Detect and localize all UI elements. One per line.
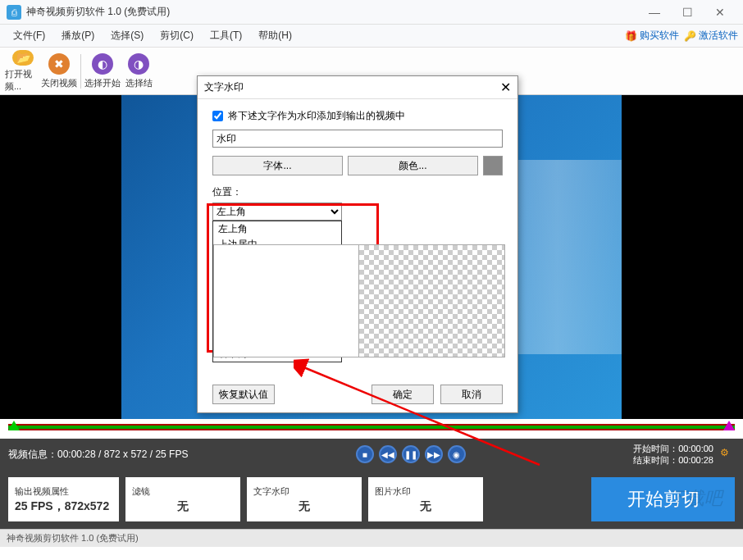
- menu-file[interactable]: 文件(F): [5, 25, 53, 46]
- gift-icon: 🎁: [625, 30, 637, 42]
- select-start-button[interactable]: ◐选择开始: [84, 50, 121, 93]
- pillar-left: [0, 95, 121, 419]
- video-info-label: 视频信息：: [8, 448, 57, 462]
- ok-button[interactable]: 确定: [372, 385, 434, 404]
- activate-link[interactable]: 🔑激活软件: [684, 29, 738, 43]
- timeline[interactable]: [0, 419, 743, 439]
- menu-tool[interactable]: 工具(T): [202, 25, 250, 46]
- text-watermark-panel[interactable]: 文字水印 无: [247, 477, 362, 521]
- color-swatch[interactable]: [483, 156, 503, 175]
- select-end-icon: ◑: [128, 53, 149, 75]
- position-option[interactable]: 中心: [213, 284, 341, 299]
- dialog-close-button[interactable]: ✕: [500, 80, 511, 95]
- activate-link-label: 激活软件: [699, 29, 738, 43]
- text-watermark-dialog: 文字水印 ✕ 将下述文字作为水印添加到输出的视频中 字体... 颜色... 位置…: [197, 75, 518, 413]
- start-time-label: 开始时间：: [633, 444, 678, 453]
- cancel-button[interactable]: 取消: [440, 385, 503, 404]
- watermark-text-input[interactable]: [212, 130, 503, 148]
- image-watermark-value: 无: [420, 499, 431, 514]
- select-start-icon: ◐: [92, 53, 113, 75]
- statusbar: 神奇视频剪切软件 1.0 (免费试用): [0, 529, 743, 547]
- position-option[interactable]: 左下角: [213, 315, 341, 330]
- playback-controls: 视频信息： 00:00:28 / 872 x 572 / 25 FPS ■ ◀◀…: [0, 439, 743, 470]
- close-video-label: 关闭视频: [41, 77, 77, 89]
- start-time-value: 00:00:00: [678, 444, 713, 453]
- position-option[interactable]: 左边居中: [213, 268, 341, 284]
- filter-header: 滤镜: [132, 485, 150, 498]
- minimize-button[interactable]: —: [638, 0, 671, 25]
- start-cut-button[interactable]: 开始剪切: [591, 477, 735, 521]
- menu-select[interactable]: 选择(S): [103, 25, 152, 46]
- position-label: 位置：: [212, 185, 503, 199]
- close-circle-icon: ✖: [48, 53, 70, 75]
- output-props-panel[interactable]: 输出视频属性 25 FPS，872x572: [8, 477, 119, 521]
- app-logo-icon: ⎙: [7, 5, 21, 20]
- buy-link[interactable]: 🎁购买软件: [625, 29, 679, 43]
- titlebar: ⎙ 神奇视频剪切软件 1.0 (免费试用) — ☐ ✕: [0, 0, 743, 25]
- output-props-value: 25 FPS，872x572: [15, 499, 112, 514]
- maximize-button[interactable]: ☐: [671, 0, 704, 25]
- enable-watermark-checkbox[interactable]: 将下述文字作为水印添加到输出的视频中: [212, 109, 503, 123]
- position-option[interactable]: 左上角: [213, 221, 341, 237]
- dialog-titlebar: 文字水印 ✕: [198, 76, 517, 99]
- play-pause-button[interactable]: ❚❚: [402, 445, 420, 463]
- select-end-button[interactable]: ◑选择结: [121, 50, 157, 93]
- position-option[interactable]: 底边居中: [213, 330, 341, 346]
- position-option[interactable]: 右下角: [213, 346, 341, 362]
- open-video-label: 打开视频...: [5, 68, 41, 93]
- video-info-value: 00:00:28 / 872 x 572 / 25 FPS: [57, 448, 188, 460]
- position-option[interactable]: 上边居中: [213, 237, 341, 253]
- select-end-label: 选择结: [125, 77, 153, 89]
- position-option[interactable]: 右上角: [213, 253, 341, 268]
- end-time-value: 00:00:28: [678, 455, 713, 465]
- image-watermark-panel[interactable]: 图片水印 无: [368, 477, 483, 521]
- dialog-title: 文字水印: [204, 80, 244, 94]
- color-button[interactable]: 颜色...: [348, 156, 478, 175]
- timeline-bar[interactable]: [8, 424, 735, 430]
- key-icon: 🔑: [684, 30, 696, 42]
- font-button[interactable]: 字体...: [212, 156, 343, 175]
- folder-open-icon: 📂: [12, 50, 34, 66]
- settings-gear-icon[interactable]: ⚙: [720, 447, 735, 462]
- close-video-button[interactable]: ✖关闭视频: [41, 50, 77, 93]
- pillar-right: [622, 95, 743, 419]
- timeline-start-marker[interactable]: [8, 421, 20, 430]
- menubar: 文件(F) 播放(P) 选择(S) 剪切(C) 工具(T) 帮助(H) 🎁购买软…: [0, 25, 743, 48]
- reset-button[interactable]: 恢复默认值: [212, 385, 275, 404]
- image-watermark-header: 图片水印: [375, 485, 411, 498]
- end-time-label: 结束时间：: [633, 455, 678, 465]
- select-start-label: 选择开始: [84, 77, 121, 89]
- time-range: 开始时间：00:00:00 结束时间：00:00:28: [633, 443, 713, 466]
- close-button[interactable]: ✕: [704, 0, 736, 25]
- property-panels: 输出视频属性 25 FPS，872x572 滤镜 无 文字水印 无 图片水印 无…: [0, 470, 743, 529]
- forward-button[interactable]: ▶▶: [425, 445, 443, 463]
- buy-link-label: 购买软件: [640, 29, 679, 43]
- position-option[interactable]: 右边居中: [213, 299, 341, 315]
- menu-play[interactable]: 播放(P): [53, 25, 103, 46]
- filter-panel[interactable]: 滤镜 无: [125, 477, 240, 521]
- text-watermark-header: 文字水印: [253, 485, 289, 498]
- toolbar-separator: [80, 54, 81, 89]
- rewind-button[interactable]: ◀◀: [379, 445, 397, 463]
- position-select[interactable]: 左上角: [212, 203, 342, 221]
- filter-value: 无: [177, 499, 189, 514]
- timeline-end-marker[interactable]: [723, 421, 735, 430]
- snapshot-button[interactable]: ◉: [448, 445, 466, 463]
- stop-button[interactable]: ■: [356, 445, 374, 463]
- menu-cut[interactable]: 剪切(C): [152, 25, 202, 46]
- position-dropdown: 左上角 上边居中 右上角 左边居中 中心 右边居中 左下角 底边居中 右下角: [212, 221, 342, 362]
- output-props-header: 输出视频属性: [15, 485, 69, 498]
- enable-watermark-label: 将下述文字作为水印添加到输出的视频中: [228, 109, 405, 123]
- enable-watermark-input[interactable]: [212, 111, 223, 121]
- text-watermark-value: 无: [299, 499, 310, 514]
- menu-help[interactable]: 帮助(H): [250, 25, 300, 46]
- open-video-button[interactable]: 📂打开视频...: [5, 50, 41, 93]
- app-title: 神奇视频剪切软件 1.0 (免费试用): [26, 5, 170, 19]
